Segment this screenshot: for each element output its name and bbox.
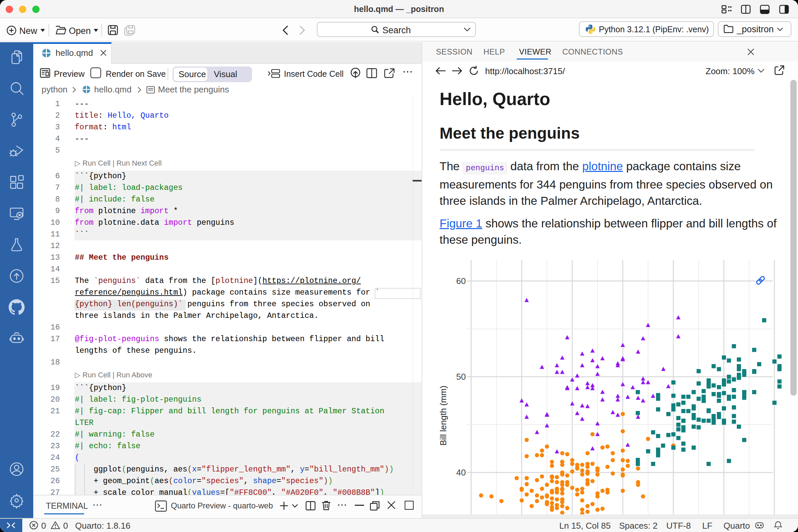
svg-text:Bill length (mm): Bill length (mm) [438, 386, 448, 446]
svg-text:40: 40 [456, 468, 466, 477]
svg-text:50: 50 [456, 372, 466, 382]
svg-text:60: 60 [456, 276, 466, 286]
